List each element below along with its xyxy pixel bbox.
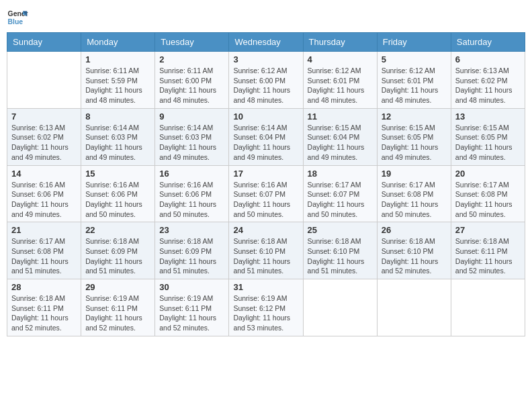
day-info: Sunrise: 6:16 AMSunset: 6:06 PMDaylight:… bbox=[85, 180, 150, 220]
week-row-3: 14Sunrise: 6:16 AMSunset: 6:06 PMDayligh… bbox=[7, 165, 525, 222]
weekday-friday: Friday bbox=[377, 33, 451, 52]
weekday-thursday: Thursday bbox=[303, 33, 377, 52]
day-number: 26 bbox=[382, 225, 447, 235]
day-number: 16 bbox=[159, 169, 224, 179]
day-info: Sunrise: 6:18 AMSunset: 6:11 PMDaylight:… bbox=[455, 236, 521, 276]
calendar-cell bbox=[451, 279, 525, 336]
calendar-cell: 30Sunrise: 6:19 AMSunset: 6:11 PMDayligh… bbox=[155, 279, 229, 336]
day-info: Sunrise: 6:12 AMSunset: 6:00 PMDaylight:… bbox=[233, 66, 298, 105]
calendar-cell: 28Sunrise: 6:18 AMSunset: 6:11 PMDayligh… bbox=[7, 279, 81, 336]
calendar-cell: 22Sunrise: 6:18 AMSunset: 6:09 PMDayligh… bbox=[81, 222, 155, 279]
day-info: Sunrise: 6:18 AMSunset: 6:09 PMDaylight:… bbox=[85, 236, 150, 276]
weekday-wednesday: Wednesday bbox=[229, 33, 303, 52]
calendar-cell: 24Sunrise: 6:18 AMSunset: 6:10 PMDayligh… bbox=[229, 222, 303, 279]
day-info: Sunrise: 6:15 AMSunset: 6:05 PMDaylight:… bbox=[455, 123, 521, 163]
day-number: 12 bbox=[382, 111, 447, 122]
week-row-1: 1Sunrise: 6:11 AMSunset: 5:59 PMDaylight… bbox=[7, 52, 525, 109]
day-number: 18 bbox=[308, 169, 373, 179]
day-info: Sunrise: 6:17 AMSunset: 6:07 PMDaylight:… bbox=[308, 180, 373, 220]
calendar-cell: 9Sunrise: 6:14 AMSunset: 6:03 PMDaylight… bbox=[155, 108, 229, 165]
day-number: 8 bbox=[85, 111, 150, 122]
day-number: 13 bbox=[455, 111, 521, 122]
calendar-cell: 17Sunrise: 6:16 AMSunset: 6:07 PMDayligh… bbox=[229, 165, 303, 222]
calendar-cell bbox=[377, 279, 451, 336]
calendar-cell: 27Sunrise: 6:18 AMSunset: 6:11 PMDayligh… bbox=[451, 222, 525, 279]
day-info: Sunrise: 6:16 AMSunset: 6:06 PMDaylight:… bbox=[11, 180, 77, 220]
calendar-cell: 2Sunrise: 6:11 AMSunset: 6:00 PMDaylight… bbox=[155, 52, 229, 109]
calendar-cell: 20Sunrise: 6:17 AMSunset: 6:08 PMDayligh… bbox=[451, 165, 525, 222]
day-info: Sunrise: 6:13 AMSunset: 6:02 PMDaylight:… bbox=[11, 123, 77, 163]
day-info: Sunrise: 6:18 AMSunset: 6:11 PMDaylight:… bbox=[11, 293, 77, 333]
calendar-cell: 26Sunrise: 6:18 AMSunset: 6:10 PMDayligh… bbox=[377, 222, 451, 279]
day-info: Sunrise: 6:18 AMSunset: 6:09 PMDaylight:… bbox=[159, 236, 224, 276]
calendar-cell: 23Sunrise: 6:18 AMSunset: 6:09 PMDayligh… bbox=[155, 222, 229, 279]
day-number: 11 bbox=[308, 111, 373, 122]
day-number: 9 bbox=[159, 111, 224, 122]
day-info: Sunrise: 6:16 AMSunset: 6:07 PMDaylight:… bbox=[233, 180, 298, 220]
day-number: 17 bbox=[233, 169, 298, 179]
calendar-cell: 8Sunrise: 6:14 AMSunset: 6:03 PMDaylight… bbox=[81, 108, 155, 165]
day-number: 24 bbox=[233, 225, 298, 235]
day-number: 22 bbox=[85, 225, 150, 235]
weekday-monday: Monday bbox=[81, 33, 155, 52]
day-number: 30 bbox=[159, 282, 224, 292]
svg-text:Blue: Blue bbox=[8, 18, 24, 26]
calendar-cell: 13Sunrise: 6:15 AMSunset: 6:05 PMDayligh… bbox=[451, 108, 525, 165]
day-info: Sunrise: 6:11 AMSunset: 5:59 PMDaylight:… bbox=[85, 66, 150, 105]
calendar-cell: 4Sunrise: 6:12 AMSunset: 6:01 PMDaylight… bbox=[303, 52, 377, 109]
day-number: 20 bbox=[455, 169, 521, 179]
page-header: General Blue bbox=[7, 7, 525, 28]
day-info: Sunrise: 6:14 AMSunset: 6:03 PMDaylight:… bbox=[85, 123, 150, 163]
calendar-cell: 5Sunrise: 6:12 AMSunset: 6:01 PMDaylight… bbox=[377, 52, 451, 109]
day-number: 14 bbox=[11, 169, 77, 179]
day-number: 15 bbox=[85, 169, 150, 179]
day-info: Sunrise: 6:14 AMSunset: 6:04 PMDaylight:… bbox=[233, 123, 298, 163]
weekday-saturday: Saturday bbox=[451, 33, 525, 52]
calendar-cell: 12Sunrise: 6:15 AMSunset: 6:05 PMDayligh… bbox=[377, 108, 451, 165]
calendar-cell: 10Sunrise: 6:14 AMSunset: 6:04 PMDayligh… bbox=[229, 108, 303, 165]
day-info: Sunrise: 6:16 AMSunset: 6:06 PMDaylight:… bbox=[159, 180, 224, 220]
week-row-4: 21Sunrise: 6:17 AMSunset: 6:08 PMDayligh… bbox=[7, 222, 525, 279]
day-number: 25 bbox=[308, 225, 373, 235]
day-info: Sunrise: 6:18 AMSunset: 6:10 PMDaylight:… bbox=[233, 236, 298, 276]
calendar-cell: 19Sunrise: 6:17 AMSunset: 6:08 PMDayligh… bbox=[377, 165, 451, 222]
day-number: 4 bbox=[308, 54, 373, 64]
calendar-cell: 11Sunrise: 6:15 AMSunset: 6:04 PMDayligh… bbox=[303, 108, 377, 165]
calendar-cell bbox=[7, 52, 81, 109]
day-number: 29 bbox=[85, 282, 150, 292]
calendar-cell: 1Sunrise: 6:11 AMSunset: 5:59 PMDaylight… bbox=[81, 52, 155, 109]
day-info: Sunrise: 6:15 AMSunset: 6:05 PMDaylight:… bbox=[382, 123, 447, 163]
day-info: Sunrise: 6:15 AMSunset: 6:04 PMDaylight:… bbox=[308, 123, 373, 163]
calendar-cell: 6Sunrise: 6:13 AMSunset: 6:02 PMDaylight… bbox=[451, 52, 525, 109]
weekday-tuesday: Tuesday bbox=[155, 33, 229, 52]
day-number: 31 bbox=[233, 282, 298, 292]
calendar-cell: 29Sunrise: 6:19 AMSunset: 6:11 PMDayligh… bbox=[81, 279, 155, 336]
calendar-cell: 25Sunrise: 6:18 AMSunset: 6:10 PMDayligh… bbox=[303, 222, 377, 279]
day-info: Sunrise: 6:19 AMSunset: 6:11 PMDaylight:… bbox=[85, 293, 150, 333]
day-number: 19 bbox=[382, 169, 447, 179]
day-info: Sunrise: 6:17 AMSunset: 6:08 PMDaylight:… bbox=[382, 180, 447, 220]
day-number: 5 bbox=[382, 54, 447, 64]
day-info: Sunrise: 6:18 AMSunset: 6:10 PMDaylight:… bbox=[382, 236, 447, 276]
day-info: Sunrise: 6:17 AMSunset: 6:08 PMDaylight:… bbox=[455, 180, 521, 220]
calendar-cell: 15Sunrise: 6:16 AMSunset: 6:06 PMDayligh… bbox=[81, 165, 155, 222]
logo-icon: General Blue bbox=[7, 7, 28, 28]
calendar-cell: 16Sunrise: 6:16 AMSunset: 6:06 PMDayligh… bbox=[155, 165, 229, 222]
calendar-cell: 14Sunrise: 6:16 AMSunset: 6:06 PMDayligh… bbox=[7, 165, 81, 222]
logo: General Blue bbox=[7, 7, 28, 28]
calendar-cell: 31Sunrise: 6:19 AMSunset: 6:12 PMDayligh… bbox=[229, 279, 303, 336]
calendar-cell: 18Sunrise: 6:17 AMSunset: 6:07 PMDayligh… bbox=[303, 165, 377, 222]
day-info: Sunrise: 6:13 AMSunset: 6:02 PMDaylight:… bbox=[455, 66, 521, 105]
calendar-cell: 7Sunrise: 6:13 AMSunset: 6:02 PMDaylight… bbox=[7, 108, 81, 165]
day-number: 27 bbox=[455, 225, 521, 235]
weekday-sunday: Sunday bbox=[7, 33, 81, 52]
day-number: 10 bbox=[233, 111, 298, 122]
day-info: Sunrise: 6:19 AMSunset: 6:12 PMDaylight:… bbox=[233, 293, 298, 333]
week-row-2: 7Sunrise: 6:13 AMSunset: 6:02 PMDaylight… bbox=[7, 108, 525, 165]
day-number: 3 bbox=[233, 54, 298, 64]
day-number: 1 bbox=[85, 54, 150, 64]
day-number: 7 bbox=[11, 111, 77, 122]
calendar-cell bbox=[303, 279, 377, 336]
week-row-5: 28Sunrise: 6:18 AMSunset: 6:11 PMDayligh… bbox=[7, 279, 525, 336]
day-info: Sunrise: 6:17 AMSunset: 6:08 PMDaylight:… bbox=[11, 236, 77, 276]
